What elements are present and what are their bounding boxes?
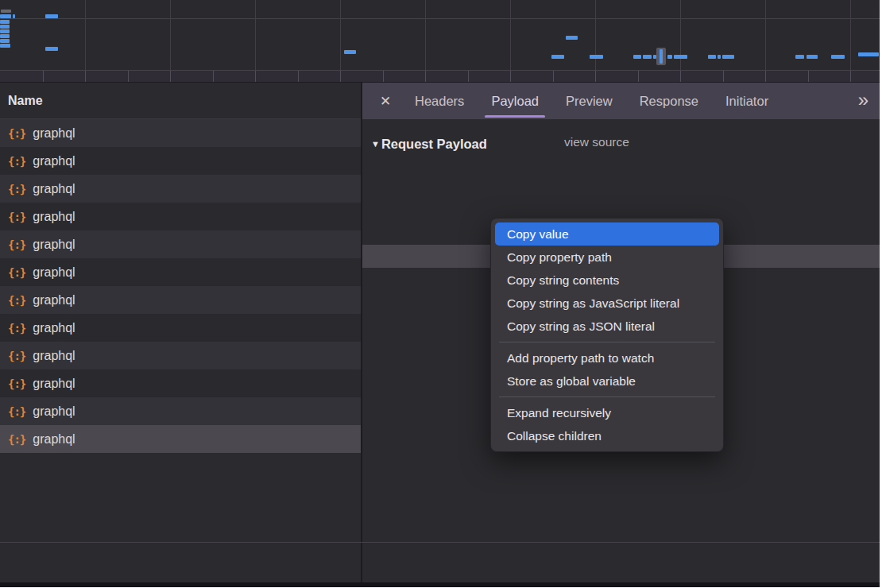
request-row[interactable]: {:}graphql (0, 175, 361, 203)
request-timing-bar[interactable] (0, 34, 10, 38)
json-file-icon: {:} (8, 294, 25, 307)
name-column-header[interactable]: Name (0, 83, 361, 119)
request-row[interactable]: {:}graphql (0, 203, 361, 230)
request-timing-bar[interactable] (590, 55, 603, 59)
request-name-label: graphql (33, 349, 75, 363)
request-name-label: graphql (33, 293, 75, 308)
overview-gridline (595, 0, 596, 70)
overview-ruler (0, 70, 880, 83)
tab-label: Payload (491, 94, 539, 108)
json-file-icon: {:} (8, 155, 25, 168)
request-timing-bar[interactable] (551, 55, 564, 59)
request-timing-bar[interactable] (653, 55, 656, 59)
ruler-tick-icon (553, 71, 554, 83)
json-file-icon: {:} (8, 350, 25, 362)
json-file-icon: {:} (8, 322, 25, 335)
detail-tabbar: ✕ HeadersPayloadPreviewResponseInitiator… (362, 83, 880, 119)
request-timing-bar[interactable] (0, 25, 10, 29)
menu-item-add-property-path-to-watch[interactable]: Add property path to watch (495, 346, 719, 369)
request-row[interactable]: {:}graphql (0, 258, 361, 286)
selected-request-tick (660, 49, 663, 64)
menu-item-copy-string-contents[interactable]: Copy string contents (495, 269, 719, 292)
overview-gridline (340, 0, 341, 70)
request-timing-bar[interactable] (858, 52, 879, 56)
request-timing-bar[interactable] (795, 55, 804, 59)
request-timing-bar[interactable] (13, 14, 15, 18)
json-file-icon: {:} (8, 238, 25, 251)
menu-item-expand-recursively[interactable]: Expand recursively (495, 401, 719, 424)
payload-root-row[interactable]: ▼ {operationName: "ipFlowTimeseries", va… (362, 196, 880, 219)
ruler-tick-icon (808, 71, 809, 83)
overview-gridline (850, 0, 851, 70)
overview-gridline (765, 0, 766, 70)
request-row[interactable]: {:}graphql (0, 286, 361, 314)
request-timing-bar[interactable] (643, 55, 652, 59)
tab-preview[interactable]: Preview (566, 83, 613, 119)
ruler-tick-icon (128, 71, 129, 83)
overview-gridline (170, 0, 171, 70)
request-timing-bar[interactable] (722, 55, 734, 59)
request-timing-bar[interactable] (674, 55, 687, 59)
json-file-icon: {:} (8, 405, 25, 418)
request-timing-bar[interactable] (718, 55, 721, 59)
ruler-tick-icon (765, 71, 766, 83)
network-overview[interactable] (0, 0, 880, 83)
tab-initiator[interactable]: Initiator (725, 83, 768, 119)
menu-item-copy-property-path[interactable]: Copy property path (495, 246, 719, 269)
bottom-bar (0, 582, 880, 587)
view-source-link[interactable]: view source (564, 135, 629, 149)
request-timing-bar[interactable] (344, 50, 356, 54)
request-timing-bar[interactable] (708, 55, 716, 59)
menu-item-copy-value[interactable]: Copy value (495, 222, 719, 246)
request-row[interactable]: {:}graphql (0, 369, 361, 397)
ruler-tick-icon (298, 71, 299, 83)
tab-headers[interactable]: Headers (415, 83, 464, 119)
request-timing-bar[interactable] (45, 14, 58, 18)
request-row[interactable]: {:}graphql (0, 397, 361, 425)
request-timing-bar[interactable] (0, 39, 10, 43)
ruler-tick-icon (255, 71, 256, 83)
tab-label: Headers (415, 94, 464, 108)
collapse-triangle-icon[interactable]: ▼ (371, 139, 380, 149)
request-row[interactable]: {:}graphql (0, 425, 361, 453)
request-timing-bar[interactable] (1, 10, 11, 13)
tab-payload[interactable]: Payload (491, 83, 539, 119)
request-timing-bar[interactable] (0, 20, 10, 24)
overview-gridline (510, 0, 511, 70)
devtools-network-panel: Name {:}graphql{:}graphql{:}graphql{:}gr… (0, 0, 880, 587)
menu-item-collapse-children[interactable]: Collapse children (495, 424, 719, 447)
overview-gridline (680, 0, 681, 70)
request-timing-bar[interactable] (0, 14, 11, 18)
json-file-icon: {:} (8, 266, 25, 279)
request-timing-bar[interactable] (633, 55, 641, 59)
request-row[interactable]: {:}graphql (0, 230, 361, 258)
overview-gridline (85, 0, 86, 70)
tab-label: Response (640, 94, 698, 108)
request-row[interactable]: {:}graphql (0, 342, 361, 369)
request-timing-bar[interactable] (667, 55, 672, 59)
close-icon[interactable]: ✕ (380, 93, 394, 110)
request-timing-bar[interactable] (566, 36, 578, 40)
request-timing-bar[interactable] (0, 29, 10, 33)
request-timing-bar[interactable] (0, 44, 10, 48)
request-row[interactable]: {:}graphql (0, 147, 361, 175)
ruler-tick-icon (638, 71, 639, 83)
more-tabs-icon[interactable]: » (858, 83, 868, 119)
json-file-icon: {:} (8, 377, 25, 390)
request-timing-bar[interactable] (831, 55, 845, 59)
menu-item-copy-string-as-json-literal[interactable]: Copy string as JSON literal (495, 315, 719, 338)
request-row[interactable]: {:}graphql (0, 119, 361, 147)
request-row[interactable]: {:}graphql (0, 314, 361, 342)
menu-item-store-as-global-variable[interactable]: Store as global variable (495, 369, 719, 393)
request-name-label: graphql (33, 238, 75, 252)
tab-response[interactable]: Response (640, 83, 698, 119)
ruler-tick-icon (43, 71, 44, 83)
ruler-tick-icon (383, 71, 384, 83)
ruler-tick-icon (595, 71, 596, 83)
footer-separator (0, 542, 880, 543)
request-timing-bar[interactable] (807, 55, 818, 59)
request-name-label: graphql (33, 210, 75, 224)
menu-item-copy-string-as-javascript-literal[interactable]: Copy string as JavaScript literal (495, 292, 719, 315)
request-payload-section[interactable]: ▼ Request Payload (371, 133, 487, 154)
request-timing-bar[interactable] (45, 47, 58, 51)
